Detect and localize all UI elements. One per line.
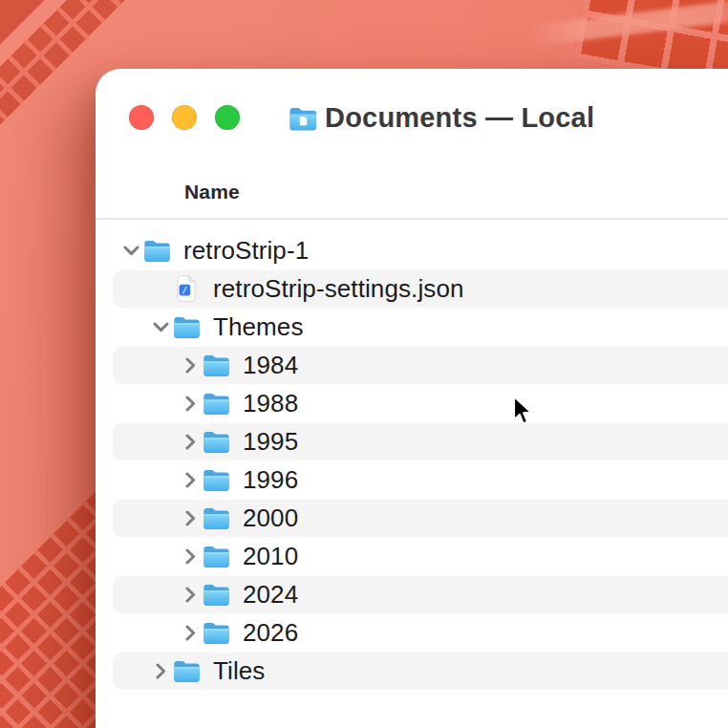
close-button[interactable] bbox=[129, 105, 154, 130]
chevron-right-icon[interactable] bbox=[180, 469, 201, 490]
row-label: Themes bbox=[213, 312, 304, 342]
row-Tiles[interactable]: Tiles bbox=[96, 652, 728, 690]
folder-icon bbox=[142, 237, 171, 264]
row-retroStrip-1[interactable]: retroStrip-1 bbox=[96, 231, 728, 269]
chevron-right-icon[interactable] bbox=[180, 546, 201, 567]
disclosure-chevron bbox=[150, 278, 171, 299]
row-2026[interactable]: 2026 bbox=[96, 613, 728, 652]
row-label: retroStrip-1 bbox=[183, 236, 309, 266]
zoom-button[interactable] bbox=[215, 105, 240, 130]
row-label: 2026 bbox=[243, 618, 298, 648]
folder-icon bbox=[172, 313, 201, 340]
row-1984[interactable]: 1984 bbox=[96, 346, 728, 384]
desktop-background: Documents — Local Name retroStrip-1 / re… bbox=[0, 0, 728, 728]
row-label: retroStrip-settings.json bbox=[213, 274, 464, 304]
name-column-header[interactable]: Name bbox=[184, 181, 240, 203]
chevron-right-icon[interactable] bbox=[180, 354, 201, 375]
row-Themes[interactable]: Themes bbox=[96, 308, 728, 346]
row-label: 2000 bbox=[243, 503, 298, 533]
chevron-right-icon[interactable] bbox=[180, 507, 201, 528]
row-1995[interactable]: 1995 bbox=[96, 422, 728, 460]
row-label: 2024 bbox=[243, 580, 298, 610]
minimize-button[interactable] bbox=[172, 105, 197, 130]
svg-text:/: / bbox=[182, 286, 187, 295]
row-label: 1995 bbox=[243, 427, 298, 457]
chevron-right-icon[interactable] bbox=[150, 660, 171, 681]
row-2010[interactable]: 2010 bbox=[96, 537, 728, 575]
folder-icon bbox=[202, 352, 230, 378]
chevron-right-icon[interactable] bbox=[180, 393, 201, 414]
folder-icon bbox=[202, 466, 230, 493]
chevron-down-icon[interactable] bbox=[120, 240, 141, 261]
folder-icon bbox=[202, 581, 230, 608]
folder-icon bbox=[202, 619, 230, 646]
row-label: 2010 bbox=[243, 542, 298, 571]
mouse-cursor-icon bbox=[511, 395, 534, 427]
finder-window: Documents — Local Name retroStrip-1 / re… bbox=[96, 69, 728, 728]
folder-icon bbox=[172, 657, 201, 684]
folder-icon bbox=[202, 390, 230, 417]
file-list: retroStrip-1 / retroStrip-settings.json … bbox=[96, 231, 728, 690]
folder-icon bbox=[202, 504, 230, 531]
chevron-right-icon[interactable] bbox=[180, 584, 201, 605]
row-2000[interactable]: 2000 bbox=[96, 499, 728, 537]
json-file-icon: / bbox=[172, 275, 201, 302]
row-label: Tiles bbox=[213, 656, 265, 686]
folder-icon bbox=[202, 428, 230, 455]
header-divider bbox=[96, 218, 728, 220]
documents-folder-proxy-icon[interactable] bbox=[289, 105, 317, 131]
row-label: 1984 bbox=[243, 351, 298, 380]
row-label: 1996 bbox=[243, 465, 298, 495]
row-1988[interactable]: 1988 bbox=[96, 384, 728, 422]
folder-icon bbox=[202, 543, 230, 569]
row-2024[interactable]: 2024 bbox=[96, 575, 728, 613]
row-1996[interactable]: 1996 bbox=[96, 460, 728, 499]
window-title: Documents — Local bbox=[325, 102, 594, 134]
row-retroStrip-settings.json[interactable]: / retroStrip-settings.json bbox=[96, 269, 728, 308]
window-titlebar[interactable]: Documents — Local Name bbox=[96, 69, 728, 218]
chevron-right-icon[interactable] bbox=[180, 622, 201, 643]
row-label: 1988 bbox=[243, 389, 298, 418]
chevron-right-icon[interactable] bbox=[180, 431, 201, 452]
chevron-down-icon[interactable] bbox=[150, 316, 171, 337]
